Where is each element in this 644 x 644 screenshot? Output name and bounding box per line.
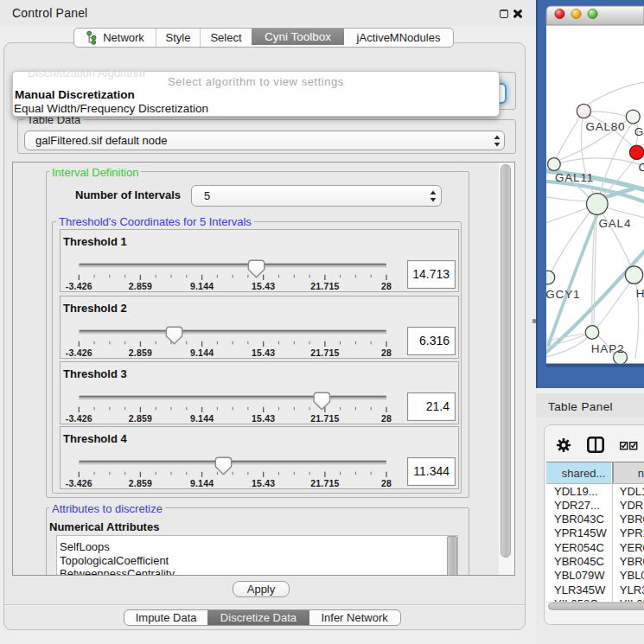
svg-text:15.43: 15.43	[252, 477, 275, 488]
svg-text:HAP2: HAP2	[591, 342, 624, 355]
svg-text:GA: GA	[634, 125, 644, 138]
svg-text:15.43: 15.43	[252, 347, 275, 357]
svg-text:GAL11: GAL11	[555, 171, 594, 184]
svg-text:9.144: 9.144	[190, 412, 214, 423]
svg-text:-3.426: -3.426	[66, 280, 92, 290]
svg-text:28: 28	[381, 477, 392, 488]
svg-text:GAL4: GAL4	[599, 217, 632, 230]
svg-text:2.859: 2.859	[129, 477, 152, 488]
svg-text:Threshold 2: Threshold 2	[63, 302, 127, 315]
svg-text:-3.426: -3.426	[66, 412, 92, 423]
svg-text:-3.426: -3.426	[66, 347, 92, 357]
svg-text:H: H	[636, 287, 644, 300]
svg-text:15.43: 15.43	[252, 280, 275, 290]
svg-text:2.859: 2.859	[129, 412, 152, 423]
svg-text:-3.426: -3.426	[66, 477, 92, 488]
svg-text:21.715: 21.715	[310, 280, 339, 290]
svg-text:28: 28	[381, 280, 392, 290]
svg-text:21.715: 21.715	[310, 412, 339, 423]
svg-text:9.144: 9.144	[190, 477, 214, 488]
svg-text:21.715: 21.715	[310, 347, 339, 357]
svg-text:28: 28	[381, 412, 392, 423]
svg-text:9.144: 9.144	[190, 347, 214, 357]
svg-text:CA: CA	[639, 161, 644, 174]
svg-text:Threshold 3: Threshold 3	[63, 367, 127, 380]
svg-text:GAL80: GAL80	[585, 120, 625, 133]
svg-text:GCY1: GCY1	[545, 288, 580, 301]
svg-text:15.43: 15.43	[252, 412, 275, 423]
svg-text:28: 28	[381, 347, 392, 357]
svg-text:Threshold 1: Threshold 1	[63, 235, 127, 248]
svg-text:Threshold 4: Threshold 4	[63, 432, 127, 445]
svg-text:9.144: 9.144	[190, 280, 214, 290]
svg-text:2.859: 2.859	[129, 347, 152, 357]
svg-text:2.859: 2.859	[129, 280, 152, 290]
svg-text:21.715: 21.715	[310, 477, 339, 488]
